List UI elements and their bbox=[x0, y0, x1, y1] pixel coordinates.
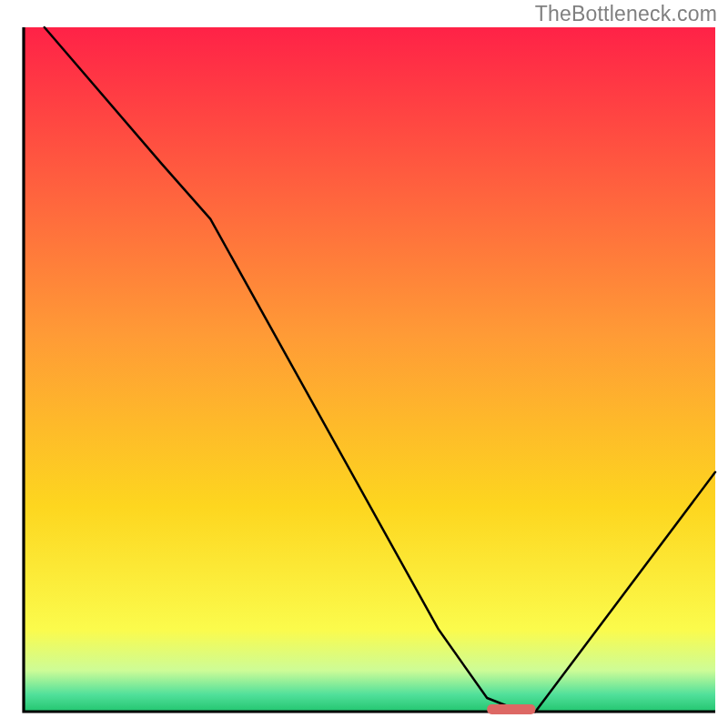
bottleneck-chart bbox=[0, 0, 728, 728]
watermark-text: TheBottleneck.com bbox=[535, 2, 717, 26]
optimal-zone-marker bbox=[487, 704, 535, 714]
chart-canvas: TheBottleneck.com bbox=[0, 0, 728, 728]
